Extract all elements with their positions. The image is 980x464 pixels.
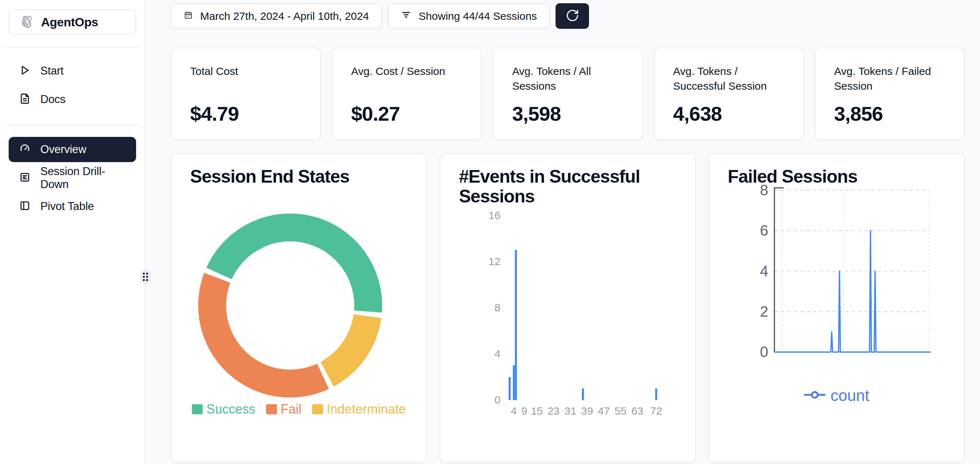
sidebar-item-pivot-table[interactable]: Pivot Table [9, 194, 136, 219]
sessions-filter-label: Showing 44/44 Sessions [419, 10, 537, 22]
gauge-icon [19, 143, 31, 156]
app-title: AgentOps [41, 15, 98, 29]
svg-text:4: 4 [494, 348, 500, 360]
sidebar-resize-handle[interactable] [140, 270, 151, 283]
sidebar-item-label: Pivot Table [40, 200, 94, 213]
toolbar: March 27th, 2024 - April 10th, 2024 Show… [171, 3, 965, 29]
legend-label: Fail [280, 402, 301, 417]
sidebar-item-label: Start [40, 64, 64, 77]
svg-text:4: 4 [511, 405, 517, 417]
line-marker-icon [804, 390, 826, 401]
stat-value: $0.27 [351, 102, 462, 125]
svg-text:12: 12 [488, 255, 500, 267]
session-end-states-card: Session End States Success Fail Indeterm… [171, 153, 427, 463]
legend-swatch-success [192, 404, 203, 414]
refresh-icon [566, 9, 579, 24]
svg-text:9: 9 [521, 405, 527, 417]
stats-row: Total Cost $4.79 Avg. Cost / Session $0.… [171, 48, 965, 140]
stat-label: Total Cost [190, 64, 301, 79]
svg-text:8: 8 [760, 182, 768, 198]
svg-text:16: 16 [488, 209, 500, 221]
svg-text:31: 31 [564, 405, 576, 417]
stat-label: Avg. Tokens / Failed Session [834, 64, 945, 93]
svg-text:4: 4 [760, 263, 768, 279]
sidebar-item-session-drill-down[interactable]: Session Drill-Down [9, 165, 136, 191]
refresh-button[interactable] [555, 3, 589, 29]
list-box-icon [19, 171, 31, 185]
svg-text:39: 39 [581, 405, 593, 417]
calendar-icon [184, 10, 193, 22]
sidebar-item-label: Docs [40, 93, 65, 106]
sidebar-item-label: Overview [40, 143, 86, 156]
events-bar-chart: 0481216491523313947556372 [440, 154, 695, 462]
stat-label: Avg. Tokens / Successful Session [673, 64, 784, 93]
svg-text:15: 15 [531, 405, 542, 417]
stat-value: 3,856 [834, 102, 945, 125]
legend-label: Indeterminate [326, 402, 406, 417]
svg-text:0: 0 [760, 343, 768, 360]
stat-label: Avg. Cost / Session [351, 64, 462, 79]
svg-text:72: 72 [650, 405, 662, 417]
count-legend[interactable]: count [709, 387, 964, 405]
date-range-label: March 27th, 2024 - April 10th, 2024 [200, 10, 369, 22]
paperclips-logo-icon [19, 13, 35, 31]
filter-lines-icon [401, 10, 412, 23]
sidebar-item-overview[interactable]: Overview [9, 137, 136, 162]
svg-text:23: 23 [547, 405, 560, 417]
legend-item-fail[interactable]: Fail [266, 402, 301, 417]
stat-value: 4,638 [673, 102, 784, 125]
date-range-button[interactable]: March 27th, 2024 - April 10th, 2024 [171, 3, 382, 29]
stat-card-avg-tokens-successful: Avg. Tokens / Successful Session 4,638 [654, 48, 804, 140]
sidebar-nav-main: Overview Session Drill-Down [0, 137, 145, 219]
sidebar-item-start[interactable]: Start [9, 58, 136, 84]
agentops-dashboard: AgentOps Start Docs [0, 0, 980, 464]
legend-item-indeterminate[interactable]: Indeterminate [312, 402, 406, 417]
stat-label: Avg. Tokens / All Sessions [512, 64, 623, 93]
svg-text:8: 8 [494, 301, 500, 313]
failed-sessions-line-chart: 02468 [709, 154, 964, 462]
play-icon [19, 64, 31, 78]
events-histogram-card: #Events in Successful Sessions 048121649… [440, 153, 696, 463]
donut-legend: Success Fail Indeterminate [171, 402, 426, 417]
svg-text:2: 2 [760, 303, 768, 320]
legend-item-success[interactable]: Success [192, 402, 255, 417]
app-logo[interactable]: AgentOps [9, 10, 136, 35]
sidebar-item-docs[interactable]: Docs [9, 87, 136, 112]
legend-label: Success [206, 402, 255, 417]
legend-swatch-indeterminate [312, 404, 323, 414]
stat-card-avg-tokens-all: Avg. Tokens / All Sessions 3,598 [493, 48, 643, 140]
sidebar-divider-top [3, 47, 141, 48]
sidebar: AgentOps Start Docs [0, 0, 145, 464]
sessions-filter-button[interactable]: Showing 44/44 Sessions [388, 3, 550, 29]
svg-text:0: 0 [494, 394, 500, 406]
panel-left-icon [19, 199, 31, 213]
failed-sessions-card: Failed Sessions 02468 count [708, 153, 965, 463]
document-icon [19, 92, 31, 106]
svg-text:6: 6 [760, 222, 768, 239]
stat-card-avg-cost-session: Avg. Cost / Session $0.27 [332, 48, 482, 140]
stat-value: 3,598 [512, 102, 623, 125]
charts-row: Session End States Success Fail Indeterm… [171, 153, 965, 463]
sidebar-item-label: Session Drill-Down [40, 165, 126, 191]
sidebar-nav-top: Start Docs [0, 58, 145, 112]
sidebar-divider-main [3, 124, 141, 125]
stat-card-total-cost: Total Cost $4.79 [171, 48, 321, 140]
legend-label: count [830, 387, 869, 405]
main-content: March 27th, 2024 - April 10th, 2024 Show… [146, 0, 980, 464]
svg-text:47: 47 [598, 405, 609, 417]
stat-card-avg-tokens-failed: Avg. Tokens / Failed Session 3,856 [815, 48, 965, 140]
stat-value: $4.79 [190, 102, 301, 125]
legend-swatch-fail [266, 404, 277, 414]
svg-text:55: 55 [614, 405, 627, 417]
svg-text:63: 63 [631, 405, 643, 417]
